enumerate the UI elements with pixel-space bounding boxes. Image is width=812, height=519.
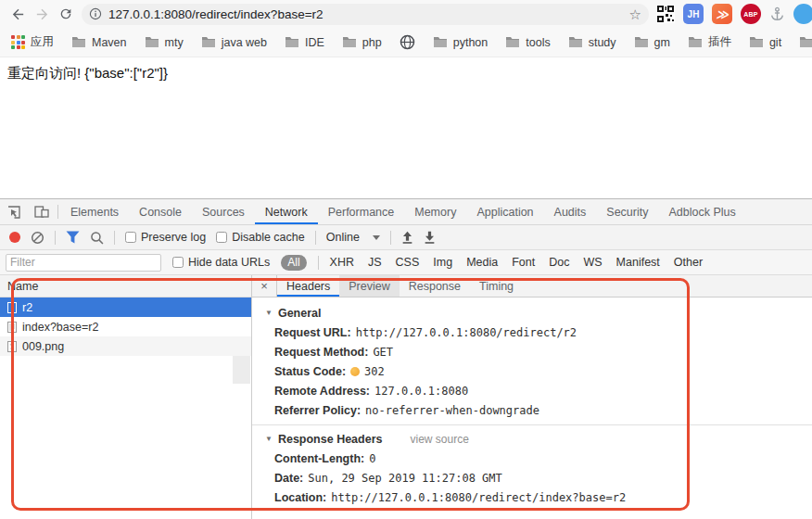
tab-audits[interactable]: Audits (544, 199, 597, 224)
filter-type-xhr[interactable]: XHR (330, 256, 354, 269)
devtools-panel: Elements Console Sources Network Perform… (0, 198, 812, 519)
bookmark-folder-mty[interactable]: mty (145, 36, 184, 49)
bookmark-folder-python[interactable]: python (433, 36, 488, 49)
hide-data-urls-toggle[interactable]: Hide data URLs (172, 256, 270, 269)
folder-icon (433, 36, 448, 48)
bookmark-folder-gm[interactable]: gm (634, 36, 670, 49)
import-har-button[interactable] (401, 231, 413, 244)
tab-performance[interactable]: Performance (318, 199, 405, 224)
bookmark-star-icon[interactable]: ☆ (629, 7, 641, 21)
tab-console[interactable]: Console (129, 199, 192, 224)
separator (390, 231, 391, 245)
request-row-index[interactable]: index?base=r2 (0, 317, 251, 336)
folder-icon (145, 36, 159, 48)
filter-type-manifest[interactable]: Manifest (616, 256, 660, 269)
bookmark-folder-clipped[interactable] (799, 36, 812, 48)
name-column-header[interactable]: Name (0, 275, 251, 297)
clear-button[interactable] (31, 231, 44, 245)
filter-type-other[interactable]: Other (674, 256, 703, 269)
info-icon[interactable] (89, 7, 102, 20)
bookmarks-bar: 应用 Maven mty java web IDE php python (0, 28, 812, 57)
browser-window: 127.0.0.1:8080/redirect/index?base=r2 ☆ … (0, 0, 812, 519)
tab-elements[interactable]: Elements (60, 199, 129, 224)
network-main: Name r2 index?base=r2 009.png (0, 275, 812, 519)
forward-button[interactable] (30, 2, 54, 26)
folder-icon (568, 36, 583, 48)
bookmark-folder-tools[interactable]: tools (505, 36, 550, 49)
apps-shortcut[interactable]: 应用 (11, 34, 54, 50)
chevron-down-icon (373, 235, 380, 240)
filter-type-all[interactable]: All (281, 255, 306, 271)
anchor-extension-icon[interactable] (769, 6, 785, 22)
url-text[interactable]: 127.0.0.1:8080/redirect/index?base=r2 (108, 7, 624, 21)
document-icon (7, 322, 17, 333)
orange-extension-icon[interactable]: ≫ (712, 4, 732, 24)
qr-extension-icon[interactable] (656, 5, 675, 23)
tab-security[interactable]: Security (596, 199, 658, 224)
folder-icon (634, 36, 649, 48)
filter-type-font[interactable]: Font (512, 256, 535, 269)
export-har-button[interactable] (424, 231, 436, 244)
filter-input[interactable] (6, 254, 161, 272)
reload-button[interactable] (54, 2, 78, 26)
tab-memory[interactable]: Memory (404, 199, 466, 224)
bookmark-folder-php[interactable]: php (342, 36, 382, 49)
filter-type-css[interactable]: CSS (396, 256, 420, 269)
filter-button[interactable] (66, 231, 80, 244)
disable-cache-toggle[interactable]: Disable cache (216, 231, 305, 244)
filter-type-img[interactable]: Img (433, 256, 452, 269)
device-toolbar-button[interactable] (28, 199, 56, 224)
preserve-log-checkbox[interactable] (125, 232, 136, 243)
clipped-extension-icon[interactable] (793, 4, 812, 24)
bookmark-folder-study[interactable]: study (568, 36, 616, 49)
filter-type-media[interactable]: Media (466, 256, 498, 269)
folder-icon (71, 36, 86, 48)
separator (315, 231, 316, 245)
bookmark-folder-git[interactable]: git (749, 36, 781, 49)
request-row-009png[interactable]: 009.png (0, 336, 251, 356)
bookmark-folder-maven[interactable]: Maven (71, 36, 127, 49)
request-list-scrollbar[interactable] (233, 356, 250, 384)
separator (114, 231, 115, 245)
globe-icon (400, 34, 415, 50)
view-source-link[interactable]: view source (410, 433, 468, 446)
tab-sources[interactable]: Sources (192, 199, 255, 224)
jh-extension-icon[interactable]: JH (683, 4, 704, 24)
tab-timing[interactable]: Timing (470, 275, 523, 297)
filter-type-ws[interactable]: WS (583, 256, 602, 269)
browser-toolbar: 127.0.0.1:8080/redirect/index?base=r2 ☆ … (0, 0, 812, 28)
bookmark-folder-java-web[interactable]: java web (201, 36, 267, 49)
bookmark-folder-plugins[interactable]: 插件 (688, 34, 731, 50)
bookmark-globe[interactable] (400, 34, 415, 50)
folder-icon (201, 36, 216, 48)
tab-response[interactable]: Response (400, 275, 470, 297)
request-detail-pane: × Headers Preview Response Timing ▼ Gene… (252, 275, 812, 519)
tab-preview[interactable]: Preview (339, 275, 399, 297)
filter-type-doc[interactable]: Doc (549, 256, 569, 269)
tab-network[interactable]: Network (255, 199, 318, 224)
bookmark-folder-ide[interactable]: IDE (285, 36, 324, 49)
disable-cache-checkbox[interactable] (216, 232, 227, 243)
address-bar[interactable]: 127.0.0.1:8080/redirect/index?base=r2 ☆ (82, 4, 649, 25)
filter-type-js[interactable]: JS (368, 256, 382, 269)
search-button[interactable] (90, 231, 104, 245)
tab-adblock-plus[interactable]: Adblock Plus (658, 199, 745, 224)
inspect-element-button[interactable] (0, 199, 28, 224)
detail-tabbar: × Headers Preview Response Timing (252, 275, 812, 297)
throttling-dropdown[interactable]: Online (326, 231, 380, 244)
general-section-header[interactable]: ▼ General (252, 303, 812, 323)
filter-type-list: XHR JS CSS Img Media Font Doc WS Manifes… (330, 256, 704, 269)
request-row-r2[interactable]: r2 (0, 297, 251, 317)
preserve-log-toggle[interactable]: Preserve log (125, 231, 206, 244)
folder-icon (285, 36, 299, 48)
tab-application[interactable]: Application (466, 199, 543, 224)
tab-headers[interactable]: Headers (277, 275, 339, 297)
adblock-plus-extension-icon[interactable]: ABP (741, 4, 761, 24)
close-detail-button[interactable]: × (252, 275, 277, 297)
hide-data-urls-checkbox[interactable] (172, 257, 184, 268)
separator (57, 205, 58, 219)
back-button[interactable] (6, 2, 30, 26)
status-302-dot-icon (350, 367, 360, 376)
response-headers-section-header[interactable]: ▼ Response Headers view source (252, 429, 812, 449)
record-button[interactable] (9, 232, 20, 243)
